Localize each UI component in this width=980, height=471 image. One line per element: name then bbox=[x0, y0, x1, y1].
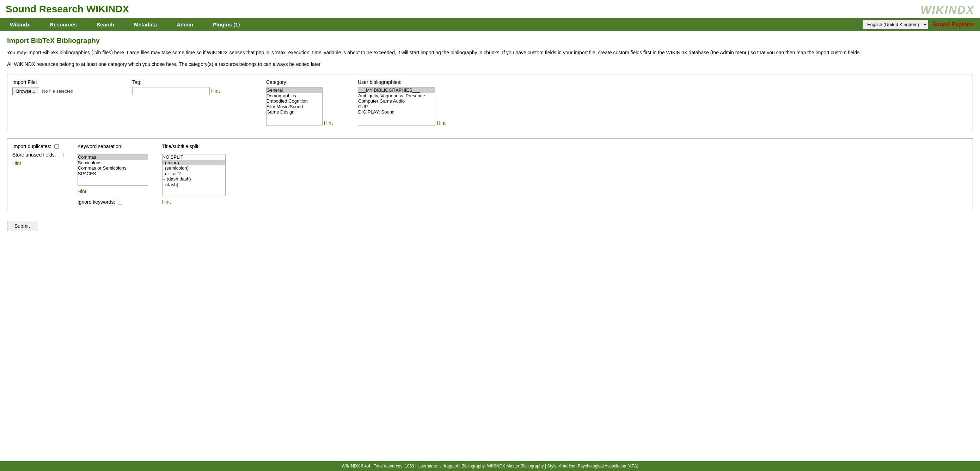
keyword-sep-select[interactable]: CommasSemicolonsCommas or SemicolonsSPAC… bbox=[78, 154, 148, 186]
keyword-sep-col: Keyword separation: CommasSemicolonsComm… bbox=[78, 143, 148, 205]
category-select[interactable]: GeneralDemographicsEmbodied CognitionFil… bbox=[266, 87, 323, 126]
nav-item-resources[interactable]: Resources bbox=[40, 18, 87, 31]
ignore-keywords-row: Ignore keywords: bbox=[78, 199, 148, 205]
nav-item-metadata[interactable]: Metadata bbox=[124, 18, 167, 31]
store-unused-row: Store unused fields: bbox=[12, 152, 64, 158]
title-split-select[interactable]: NO SPLIT: (colon); (semicolon). or ! or … bbox=[162, 154, 226, 196]
nav-item-wikindx[interactable]: Wikindx bbox=[0, 18, 40, 31]
import-form-row: Import File: Browse... No file selected.… bbox=[12, 79, 968, 126]
import-file-label: Import File: bbox=[12, 79, 132, 85]
category-label: Category: bbox=[266, 79, 358, 85]
store-unused-label: Store unused fields: bbox=[12, 152, 56, 158]
site-title: Sound Research WIKINDX bbox=[6, 3, 129, 15]
title-split-hint[interactable]: Hint bbox=[162, 199, 226, 205]
submit-button[interactable]: Submit bbox=[7, 221, 37, 231]
tag-hint[interactable]: Hint bbox=[211, 88, 220, 94]
category-hint[interactable]: Hint bbox=[324, 120, 333, 126]
form2-row: Import duplicates: Store unused fields: … bbox=[12, 143, 968, 205]
user-bib-label: User bibliographies: bbox=[358, 79, 968, 85]
nav-item-admin[interactable]: Admin bbox=[167, 18, 203, 31]
header: Sound Research WIKINDX WIKINDX bbox=[0, 0, 980, 18]
user-bib-col: User bibliographies: ___MY BIBLIOGRAPHIE… bbox=[358, 79, 968, 126]
tag-label: Tag: bbox=[132, 79, 266, 85]
form-section-2: Import duplicates: Store unused fields: … bbox=[7, 138, 973, 210]
content: Import BibTeX Bibliography You may impor… bbox=[0, 31, 980, 237]
tag-col: Tag: Hint bbox=[132, 79, 266, 126]
category-col: Category: GeneralDemographicsEmbodied Co… bbox=[266, 79, 358, 126]
nav-links: Wikindx Resources Search Metadata Admin … bbox=[0, 18, 862, 31]
browse-row: Browse... No file selected. bbox=[12, 87, 132, 95]
title-split-label: Title/subtitle split: bbox=[162, 143, 226, 149]
import-duplicates-checkbox[interactable] bbox=[54, 144, 59, 149]
store-unused-checkbox[interactable] bbox=[59, 153, 64, 157]
browse-button[interactable]: Browse... bbox=[12, 87, 39, 95]
wikindx-logo: WIKINDX bbox=[920, 3, 974, 17]
form2-hint[interactable]: Hint bbox=[12, 161, 64, 166]
form-section-1: Import File: Browse... No file selected.… bbox=[7, 74, 973, 131]
title-split-col: Title/subtitle split: NO SPLIT: (colon);… bbox=[162, 143, 226, 205]
language-select[interactable]: English (United Kingdom) bbox=[862, 20, 928, 29]
ignore-kw-checkbox[interactable] bbox=[118, 200, 123, 204]
page-title: Import BibTeX Bibliography bbox=[7, 37, 973, 45]
file-selected-label: No file selected. bbox=[42, 89, 75, 94]
checkboxes-col: Import duplicates: Store unused fields: … bbox=[12, 143, 64, 166]
keyword-sep-label: Keyword separation: bbox=[78, 143, 148, 149]
import-file-col: Import File: Browse... No file selected. bbox=[12, 79, 132, 126]
sound-explorer-link[interactable]: Sound Explorer bbox=[932, 22, 974, 28]
user-bib-select[interactable]: ___MY BIBLIOGRAPHIES___Ambiguity, Vaguen… bbox=[358, 87, 435, 126]
import-duplicates-label: Import duplicates: bbox=[12, 143, 51, 149]
ignore-kw-label: Ignore keywords: bbox=[78, 199, 115, 205]
user-bib-hint[interactable]: Hint bbox=[437, 120, 445, 126]
import-duplicates-row: Import duplicates: bbox=[12, 143, 64, 149]
nav-item-plugins[interactable]: Plugins (1) bbox=[203, 18, 250, 31]
nav-item-search[interactable]: Search bbox=[87, 18, 124, 31]
nav-bar: Wikindx Resources Search Metadata Admin … bbox=[0, 18, 980, 31]
description-text: You may import BibTeX bibliographies (.b… bbox=[7, 49, 973, 56]
category-note: All WIKINDX resources belong to at least… bbox=[7, 61, 973, 67]
nav-right: English (United Kingdom) Sound Explorer bbox=[862, 20, 974, 29]
tag-input[interactable] bbox=[132, 87, 210, 95]
keyword-sep-hint[interactable]: Hint bbox=[78, 189, 148, 194]
